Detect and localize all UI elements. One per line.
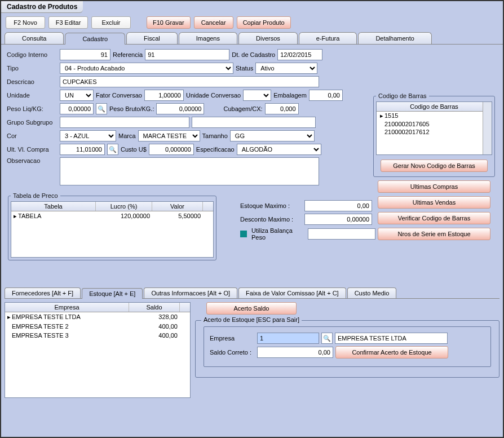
- marca-select[interactable]: MARCA TESTE: [138, 130, 200, 141]
- tab-fornecedores[interactable]: Fornecedores [Alt + F]: [5, 287, 81, 298]
- grupo-field[interactable]: [60, 117, 189, 128]
- col-saldo: Saldo: [129, 303, 180, 312]
- observacao-label: Observacao: [7, 157, 58, 164]
- tipo-select[interactable]: 04 - Produto Acabado: [60, 63, 233, 74]
- barcode-list[interactable]: Codigo de Barras ▸1515 2100002017605 210…: [376, 101, 492, 155]
- especificacao-select[interactable]: ALGODÃO: [237, 144, 321, 155]
- barcode-item[interactable]: ▸1515: [377, 112, 492, 120]
- descricao-label: Descricao: [7, 78, 58, 85]
- unidade-select[interactable]: UN: [60, 90, 94, 101]
- balanca-checkbox[interactable]: [240, 231, 247, 237]
- ultimas-vendas-button[interactable]: Ultimas Vendas: [378, 196, 490, 209]
- grupo-subgrupo-label: Grupo Subgrupo: [7, 119, 58, 126]
- dt-cadastro-field[interactable]: [277, 49, 322, 60]
- tab-consulta[interactable]: Consulta: [5, 32, 64, 44]
- tab-imagens[interactable]: Imagens: [179, 32, 237, 44]
- peso-bruto-label: Peso Bruto/KG.:: [109, 105, 154, 112]
- codigo-interno-label: Codigo Interno: [7, 51, 58, 58]
- tab-efutura[interactable]: e-Futura: [299, 32, 357, 44]
- fator-conversao-label: Fator Conversao: [96, 92, 142, 99]
- marca-label: Marca: [118, 132, 136, 139]
- verificar-codigo-barras-button[interactable]: Verificar Codigo de Barras: [378, 212, 490, 224]
- status-select[interactable]: Ativo: [255, 63, 317, 74]
- ult-vl-compra-search-icon[interactable]: 🔍: [107, 144, 118, 155]
- estoque-max-field[interactable]: [304, 200, 372, 211]
- scrollbar[interactable]: [483, 102, 492, 154]
- embalagem-field[interactable]: [309, 90, 343, 101]
- ult-vl-compra-label: Ult. Vl. Compra: [7, 146, 58, 153]
- custo-us-label: Custo U$: [121, 146, 147, 153]
- toolbar: F2 Novo F3 Editar Excluir F10 Gravar Can…: [1, 13, 503, 32]
- tamanho-label: Tamanho: [202, 132, 228, 139]
- tabela-preco-legend: Tabela de Preco: [11, 192, 60, 199]
- f3-editar-button[interactable]: F3 Editar: [48, 16, 88, 29]
- empresa-grid[interactable]: Empresa Saldo ▸EMPRESA TESTE LTDA 328,00…: [5, 302, 191, 398]
- observacao-field[interactable]: [60, 157, 319, 185]
- confirmar-acerto-button[interactable]: Confirmar Acerto de Estoque: [335, 346, 448, 359]
- barcode-item[interactable]: 2100002017605: [377, 120, 492, 128]
- tab-cadastro[interactable]: Cadastro: [65, 33, 125, 45]
- empresa-row[interactable]: ▸EMPRESA TESTE LTDA 328,00: [5, 312, 190, 322]
- especificacao-label: Especificacao: [196, 146, 235, 153]
- cancelar-button[interactable]: Cancelar: [194, 16, 233, 29]
- subgrupo-field[interactable]: [192, 117, 316, 128]
- acerto-saldo-button[interactable]: Acerto Saldo: [206, 302, 297, 315]
- acerto-empresa-cod-field[interactable]: [257, 333, 319, 344]
- col-valor: Valor: [152, 202, 203, 211]
- peso-liq-field[interactable]: [60, 103, 94, 114]
- col-lucro: Lucro (%): [96, 202, 152, 211]
- barcode-item[interactable]: 2100002017612: [377, 128, 492, 136]
- unidade-conversao-label: Unidade Conversao: [186, 92, 241, 99]
- acerto-estoque-box: Acerto de Estoque [ESC para Sair] Empres…: [195, 320, 499, 378]
- tab-faixa-comissao[interactable]: Faixa de Valor Comissao [Alt + C]: [238, 287, 346, 298]
- acerto-empresa-search-icon[interactable]: 🔍: [321, 333, 333, 344]
- tabela-preco-fieldset: Tabela de Preco Tabela Lucro (%) Valor ▸…: [8, 192, 216, 260]
- copiar-produto-button[interactable]: Copiar Produto: [237, 16, 291, 29]
- tab-diversos[interactable]: Diversos: [238, 32, 298, 44]
- descricao-field[interactable]: [60, 76, 319, 87]
- nros-serie-button[interactable]: Nros de Serie em Estoque: [378, 228, 490, 240]
- col-tabela: Tabela: [11, 202, 96, 211]
- codigo-barras-legend: Codigo de Barras: [376, 92, 429, 99]
- unidade-label: Unidade: [7, 92, 58, 99]
- empresa-row[interactable]: EMPRESA TESTE 2 400,00: [5, 322, 190, 331]
- custo-us-field[interactable]: [149, 144, 194, 155]
- empresa-row[interactable]: EMPRESA TESTE 3 400,00: [5, 331, 190, 340]
- f10-gravar-button[interactable]: F10 Gravar: [147, 16, 191, 29]
- cubagem-field[interactable]: [265, 103, 299, 114]
- tab-fiscal[interactable]: Fiscal: [126, 32, 178, 44]
- cor-label: Cor: [7, 132, 58, 139]
- estoque-max-label: Estoque Maximo :: [240, 202, 302, 209]
- tab-custo-medio[interactable]: Custo Medio: [347, 287, 397, 298]
- referencia-label: Referencia: [113, 51, 143, 58]
- referencia-field[interactable]: [145, 49, 229, 60]
- tamanho-select[interactable]: GG: [230, 130, 315, 141]
- dt-cadastro-label: Dt. de Cadastro: [232, 51, 275, 58]
- unidade-conversao-select[interactable]: [243, 90, 271, 101]
- tab-estoque[interactable]: Estoque [Alt + E]: [82, 288, 143, 299]
- tab-outras-info[interactable]: Outras Informacoes [Alt + O]: [144, 287, 237, 298]
- tab-detalhamento[interactable]: Detalhamento: [358, 32, 432, 44]
- cubagem-label: Cubagem/CX:: [223, 105, 262, 112]
- bottom-tabs: Fornecedores [Alt + F] Estoque [Alt + E]…: [5, 287, 499, 298]
- balanca-field[interactable]: [308, 228, 375, 240]
- balanca-label: Utiliza Balança Peso: [251, 227, 306, 241]
- desconto-max-field[interactable]: [304, 214, 372, 225]
- excluir-button[interactable]: Excluir: [91, 16, 131, 29]
- codigo-interno-field[interactable]: [60, 49, 110, 60]
- fator-conversao-field[interactable]: [144, 90, 184, 101]
- tipo-label: Tipo: [7, 65, 58, 72]
- acerto-empresa-nome-field[interactable]: [335, 333, 448, 344]
- gerar-codigo-barras-button[interactable]: Gerar Novo Codigo de Barras: [381, 160, 488, 172]
- saldo-correto-field[interactable]: [257, 347, 333, 358]
- price-grid[interactable]: Tabela Lucro (%) Valor ▸TABELA 120,00000…: [11, 201, 214, 258]
- cor-select[interactable]: 3 - AZUL: [60, 130, 116, 141]
- status-label: Status: [236, 65, 253, 72]
- peso-bruto-field[interactable]: [156, 103, 204, 114]
- col-empresa: Empresa: [5, 303, 129, 312]
- price-row[interactable]: ▸TABELA 120,00000 5,50000: [11, 211, 213, 221]
- peso-liq-search-icon[interactable]: 🔍: [96, 103, 107, 114]
- ult-vl-compra-field[interactable]: [60, 144, 105, 155]
- f2-novo-button[interactable]: F2 Novo: [6, 16, 45, 29]
- ultimas-compras-button[interactable]: Ultimas Compras: [378, 180, 490, 193]
